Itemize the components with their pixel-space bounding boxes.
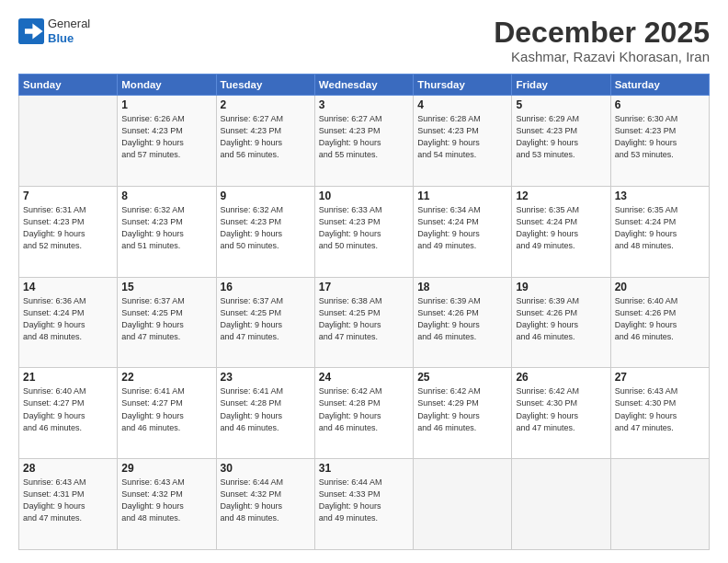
day-of-week-wednesday: Wednesday — [314, 75, 413, 96]
title-section: December 2025 Kashmar, Razavi Khorasan, … — [494, 17, 710, 64]
day-info: Sunrise: 6:37 AMSunset: 4:25 PMDaylight:… — [121, 295, 211, 343]
day-info: Sunrise: 6:32 AMSunset: 4:23 PMDaylight:… — [121, 204, 211, 252]
day-number: 12 — [516, 190, 606, 202]
day-info: Sunrise: 6:27 AMSunset: 4:23 PMDaylight:… — [221, 113, 311, 161]
calendar-week-2: 7Sunrise: 6:31 AMSunset: 4:23 PMDaylight… — [19, 186, 710, 277]
day-number: 15 — [121, 281, 211, 293]
day-info: Sunrise: 6:36 AMSunset: 4:24 PMDaylight:… — [23, 295, 113, 343]
day-info: Sunrise: 6:39 AMSunset: 4:26 PMDaylight:… — [516, 295, 606, 343]
generalblue-icon — [18, 18, 44, 44]
day-number: 31 — [319, 462, 409, 475]
day-info: Sunrise: 6:34 AMSunset: 4:24 PMDaylight:… — [417, 204, 507, 252]
calendar-header: SundayMondayTuesdayWednesdayThursdayFrid… — [19, 75, 710, 96]
day-number: 4 — [417, 98, 507, 111]
day-number: 10 — [319, 190, 409, 202]
day-number: 14 — [23, 281, 113, 293]
day-number: 16 — [221, 281, 311, 293]
day-number: 23 — [221, 371, 311, 384]
day-of-week-sunday: Sunday — [19, 75, 118, 96]
day-number: 3 — [319, 98, 409, 111]
day-info: Sunrise: 6:35 AMSunset: 4:24 PMDaylight:… — [615, 204, 705, 252]
calendar-cell — [610, 459, 709, 550]
day-info: Sunrise: 6:38 AMSunset: 4:25 PMDaylight:… — [319, 295, 409, 343]
calendar-cell: 10Sunrise: 6:33 AMSunset: 4:23 PMDayligh… — [314, 186, 413, 277]
day-number: 13 — [615, 190, 705, 202]
day-of-week-friday: Friday — [512, 75, 610, 96]
day-number: 29 — [121, 462, 211, 475]
calendar-cell: 14Sunrise: 6:36 AMSunset: 4:24 PMDayligh… — [19, 277, 118, 368]
calendar-cell: 7Sunrise: 6:31 AMSunset: 4:23 PMDaylight… — [19, 186, 118, 277]
day-number: 28 — [23, 462, 113, 475]
day-number: 6 — [615, 98, 705, 111]
calendar-cell: 3Sunrise: 6:27 AMSunset: 4:23 PMDaylight… — [314, 96, 413, 187]
day-info: Sunrise: 6:43 AMSunset: 4:32 PMDaylight:… — [121, 477, 211, 524]
calendar-cell: 15Sunrise: 6:37 AMSunset: 4:25 PMDayligh… — [118, 277, 216, 368]
calendar-cell: 19Sunrise: 6:39 AMSunset: 4:26 PMDayligh… — [512, 277, 610, 368]
calendar-cell: 18Sunrise: 6:39 AMSunset: 4:26 PMDayligh… — [414, 277, 512, 368]
day-number: 30 — [221, 462, 311, 475]
calendar-week-3: 14Sunrise: 6:36 AMSunset: 4:24 PMDayligh… — [19, 277, 710, 368]
calendar-cell: 9Sunrise: 6:32 AMSunset: 4:23 PMDaylight… — [216, 186, 314, 277]
day-number: 2 — [221, 98, 311, 111]
day-of-week-monday: Monday — [118, 75, 216, 96]
day-info: Sunrise: 6:41 AMSunset: 4:27 PMDaylight:… — [121, 385, 211, 433]
calendar-cell: 22Sunrise: 6:41 AMSunset: 4:27 PMDayligh… — [118, 368, 216, 459]
day-info: Sunrise: 6:40 AMSunset: 4:26 PMDaylight:… — [615, 295, 705, 343]
day-number: 7 — [23, 190, 113, 202]
calendar-body: 1Sunrise: 6:26 AMSunset: 4:23 PMDaylight… — [19, 96, 710, 550]
calendar-cell: 30Sunrise: 6:44 AMSunset: 4:32 PMDayligh… — [216, 459, 314, 550]
logo: General Blue — [18, 17, 90, 45]
logo-text: General Blue — [48, 17, 90, 45]
calendar-cell: 20Sunrise: 6:40 AMSunset: 4:26 PMDayligh… — [610, 277, 709, 368]
calendar-cell: 27Sunrise: 6:43 AMSunset: 4:30 PMDayligh… — [610, 368, 709, 459]
calendar-cell — [19, 96, 118, 187]
calendar-cell: 2Sunrise: 6:27 AMSunset: 4:23 PMDaylight… — [216, 96, 314, 187]
day-info: Sunrise: 6:44 AMSunset: 4:33 PMDaylight:… — [319, 477, 409, 524]
calendar-cell — [414, 459, 512, 550]
calendar-cell: 4Sunrise: 6:28 AMSunset: 4:23 PMDaylight… — [414, 96, 512, 187]
calendar-cell — [512, 459, 610, 550]
day-info: Sunrise: 6:42 AMSunset: 4:28 PMDaylight:… — [319, 385, 409, 433]
day-of-week-saturday: Saturday — [610, 75, 709, 96]
day-info: Sunrise: 6:35 AMSunset: 4:24 PMDaylight:… — [516, 204, 606, 252]
calendar-week-1: 1Sunrise: 6:26 AMSunset: 4:23 PMDaylight… — [19, 96, 710, 187]
calendar-cell: 1Sunrise: 6:26 AMSunset: 4:23 PMDaylight… — [118, 96, 216, 187]
day-number: 9 — [221, 190, 311, 202]
day-number: 20 — [615, 281, 705, 293]
day-info: Sunrise: 6:26 AMSunset: 4:23 PMDaylight:… — [121, 113, 211, 161]
calendar-cell: 26Sunrise: 6:42 AMSunset: 4:30 PMDayligh… — [512, 368, 610, 459]
day-number: 18 — [417, 281, 507, 293]
day-number: 24 — [319, 371, 409, 384]
day-info: Sunrise: 6:43 AMSunset: 4:31 PMDaylight:… — [23, 477, 113, 524]
page: General Blue December 2025 Kashmar, Raza… — [0, 0, 728, 563]
day-number: 1 — [121, 98, 211, 111]
day-info: Sunrise: 6:31 AMSunset: 4:23 PMDaylight:… — [23, 204, 113, 252]
calendar-cell: 24Sunrise: 6:42 AMSunset: 4:28 PMDayligh… — [314, 368, 413, 459]
calendar-cell: 31Sunrise: 6:44 AMSunset: 4:33 PMDayligh… — [314, 459, 413, 550]
calendar-cell: 12Sunrise: 6:35 AMSunset: 4:24 PMDayligh… — [512, 186, 610, 277]
days-of-week-row: SundayMondayTuesdayWednesdayThursdayFrid… — [19, 75, 710, 96]
day-info: Sunrise: 6:40 AMSunset: 4:27 PMDaylight:… — [23, 385, 113, 433]
calendar-cell: 5Sunrise: 6:29 AMSunset: 4:23 PMDaylight… — [512, 96, 610, 187]
day-info: Sunrise: 6:44 AMSunset: 4:32 PMDaylight:… — [221, 477, 311, 524]
calendar-table: SundayMondayTuesdayWednesdayThursdayFrid… — [18, 74, 710, 550]
day-info: Sunrise: 6:30 AMSunset: 4:23 PMDaylight:… — [615, 113, 705, 161]
day-info: Sunrise: 6:41 AMSunset: 4:28 PMDaylight:… — [221, 385, 311, 433]
calendar-cell: 28Sunrise: 6:43 AMSunset: 4:31 PMDayligh… — [19, 459, 118, 550]
day-number: 19 — [516, 281, 606, 293]
day-info: Sunrise: 6:33 AMSunset: 4:23 PMDaylight:… — [319, 204, 409, 252]
day-info: Sunrise: 6:32 AMSunset: 4:23 PMDaylight:… — [221, 204, 311, 252]
calendar-cell: 6Sunrise: 6:30 AMSunset: 4:23 PMDaylight… — [610, 96, 709, 187]
day-of-week-tuesday: Tuesday — [216, 75, 314, 96]
day-info: Sunrise: 6:42 AMSunset: 4:29 PMDaylight:… — [417, 385, 507, 433]
day-number: 26 — [516, 371, 606, 384]
calendar-week-5: 28Sunrise: 6:43 AMSunset: 4:31 PMDayligh… — [19, 459, 710, 550]
day-info: Sunrise: 6:29 AMSunset: 4:23 PMDaylight:… — [516, 113, 606, 161]
day-info: Sunrise: 6:37 AMSunset: 4:25 PMDaylight:… — [221, 295, 311, 343]
day-number: 25 — [417, 371, 507, 384]
header: General Blue December 2025 Kashmar, Raza… — [18, 17, 710, 64]
location: Kashmar, Razavi Khorasan, Iran — [494, 49, 710, 64]
day-number: 17 — [319, 281, 409, 293]
calendar-cell: 11Sunrise: 6:34 AMSunset: 4:24 PMDayligh… — [414, 186, 512, 277]
month-title: December 2025 — [494, 17, 710, 49]
